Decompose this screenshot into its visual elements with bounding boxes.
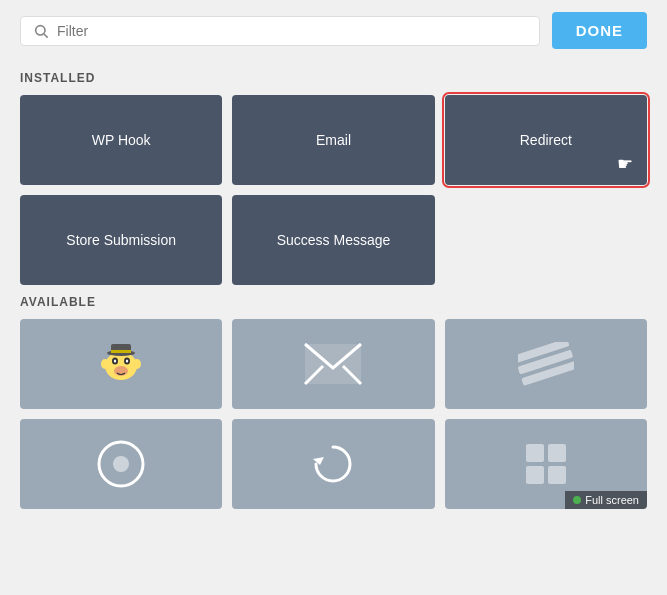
done-button[interactable]: DONE — [552, 12, 647, 49]
svg-line-1 — [44, 34, 48, 38]
unknown3-icon — [521, 439, 571, 489]
available-label: AVAILABLE — [20, 295, 647, 309]
card-success-message[interactable]: Success Message — [232, 195, 434, 285]
card-store-submission[interactable]: Store Submission — [20, 195, 222, 285]
svg-point-8 — [101, 359, 109, 369]
fullscreen-badge[interactable]: Full screen — [565, 491, 647, 509]
card-unknown1[interactable] — [20, 419, 222, 509]
stripe-icon — [518, 342, 574, 386]
card-redirect[interactable]: Redirect ☛ — [445, 95, 647, 185]
card-unknown3[interactable]: Full screen — [445, 419, 647, 509]
content-area: INSTALLED WP Hook Email Redirect ☛ Store… — [0, 71, 667, 529]
installed-label: INSTALLED — [20, 71, 647, 85]
installed-row1: WP Hook Email Redirect ☛ — [20, 95, 647, 185]
card-stripe[interactable] — [445, 319, 647, 409]
search-input[interactable] — [57, 23, 527, 39]
search-icon — [33, 23, 49, 39]
card-email[interactable]: Email — [232, 95, 434, 185]
available-row2: Full screen — [20, 419, 647, 509]
card-campaign-monitor[interactable] — [232, 319, 434, 409]
svg-rect-25 — [548, 466, 566, 484]
svg-rect-22 — [526, 444, 544, 462]
svg-rect-24 — [526, 466, 544, 484]
svg-rect-23 — [548, 444, 566, 462]
installed-row2: Store Submission Success Message — [20, 195, 647, 285]
svg-point-0 — [36, 25, 45, 34]
fullscreen-dot — [573, 496, 581, 504]
svg-rect-12 — [111, 350, 131, 353]
mailchimp-icon — [93, 336, 149, 392]
empty-slot — [445, 195, 647, 285]
svg-point-20 — [113, 456, 129, 472]
svg-point-6 — [126, 360, 128, 363]
svg-point-5 — [114, 360, 116, 363]
unknown2-icon — [308, 439, 358, 489]
cursor-icon: ☛ — [617, 153, 633, 175]
card-unknown2[interactable] — [232, 419, 434, 509]
fullscreen-label: Full screen — [585, 494, 639, 506]
top-bar: DONE — [0, 0, 667, 61]
unknown1-icon — [96, 439, 146, 489]
card-wp-hook[interactable]: WP Hook — [20, 95, 222, 185]
card-mailchimp[interactable] — [20, 319, 222, 409]
campaign-monitor-icon — [303, 342, 363, 386]
svg-point-9 — [133, 359, 141, 369]
search-wrapper — [20, 16, 540, 46]
available-row1 — [20, 319, 647, 409]
